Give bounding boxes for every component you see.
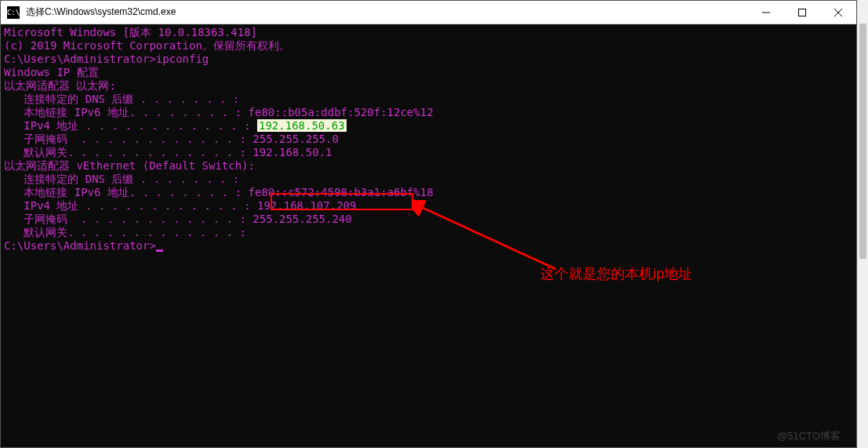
a2-ipv4: IPv4 地址 . . . . . . . . . . . . : 192.16…	[4, 199, 853, 213]
maximize-button[interactable]	[784, 1, 820, 24]
cmd-icon: C:\	[7, 6, 20, 19]
a2-gateway: 默认网关. . . . . . . . . . . . . :	[4, 226, 853, 239]
titlebar[interactable]: C:\ 选择C:\Windows\system32\cmd.exe	[1, 1, 856, 24]
a2-ipv6: 本地链接 IPv6 地址. . . . . . . . : fe80::c572…	[4, 186, 853, 199]
watermark: @51CTO博客	[777, 429, 841, 443]
highlighted-ip: 192.168.50.63	[257, 119, 347, 132]
terminal-body[interactable]: Microsoft Windows [版本 10.0.18363.418] (c…	[1, 24, 856, 447]
scroll-thumb[interactable]	[859, 24, 866, 259]
cmd-window: C:\ 选择C:\Windows\system32\cmd.exe Micros…	[0, 0, 857, 448]
annotation-text: 这个就是您的本机ip地址	[540, 264, 692, 283]
close-button[interactable]	[820, 1, 856, 24]
a1-ipv6: 本地链接 IPv6 地址. . . . . . . . : fe80::b05a…	[4, 106, 853, 119]
ipconfig-header: Windows IP 配置	[4, 66, 853, 79]
copyright-line: (c) 2019 Microsoft Corporation。保留所有权利。	[4, 39, 853, 53]
a1-mask: 子网掩码 . . . . . . . . . . . . : 255.255.2…	[4, 133, 853, 146]
prompt-ipconfig: C:\Users\Administrator>ipconfig	[4, 53, 853, 66]
adapter1-title: 以太网适配器 以太网:	[4, 79, 853, 93]
a2-mask: 子网掩码 . . . . . . . . . . . . : 255.255.2…	[4, 213, 853, 226]
page-scrollbar[interactable]	[857, 0, 868, 448]
os-version-line: Microsoft Windows [版本 10.0.18363.418]	[4, 26, 853, 39]
prompt-idle: C:\Users\Administrator>	[4, 239, 853, 253]
a2-dns: 连接特定的 DNS 后缀 . . . . . . . :	[4, 173, 853, 186]
a1-gateway: 默认网关. . . . . . . . . . . . . : 192.168.…	[4, 146, 853, 159]
svg-rect-1	[799, 9, 806, 16]
a1-dns: 连接特定的 DNS 后缀 . . . . . . . :	[4, 93, 853, 106]
cursor-icon	[156, 249, 163, 252]
window-title: 选择C:\Windows\system32\cmd.exe	[26, 5, 748, 19]
adapter2-title: 以太网适配器 vEthernet (Default Switch):	[4, 159, 853, 173]
window-controls	[748, 1, 856, 24]
minimize-button[interactable]	[748, 1, 784, 24]
a1-ipv4: IPv4 地址 . . . . . . . . . . . . : 192.16…	[4, 119, 853, 133]
